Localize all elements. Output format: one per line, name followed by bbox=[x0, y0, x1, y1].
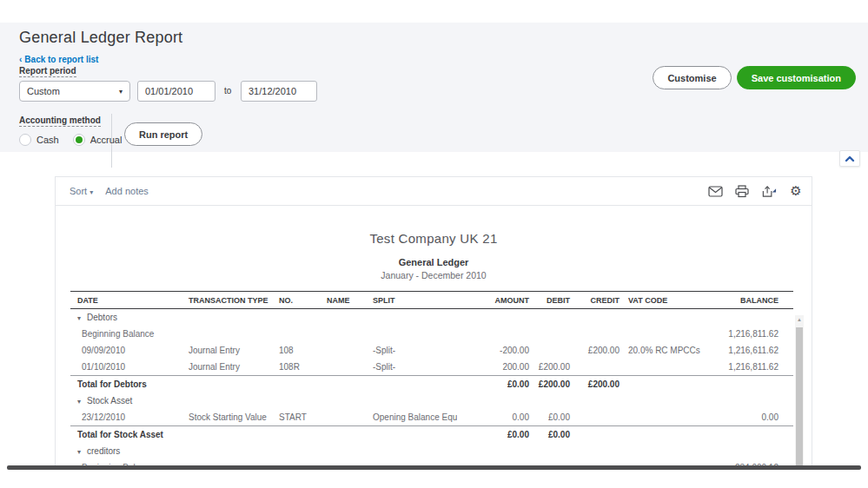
section-cell: ▾Debtors bbox=[70, 309, 793, 326]
horizontal-scrollbar[interactable] bbox=[7, 465, 861, 470]
col-header-credit[interactable]: CREDIT bbox=[572, 292, 621, 309]
col-header-no[interactable]: NO. bbox=[272, 292, 320, 309]
table-cell: 01/10/2010 bbox=[70, 359, 182, 376]
print-icon[interactable] bbox=[734, 183, 750, 199]
collapse-triangle-icon[interactable]: ▾ bbox=[77, 448, 81, 456]
table-cell: £200.00 bbox=[531, 376, 572, 393]
report-period-label: Report period bbox=[19, 66, 76, 77]
col-header-vat-code[interactable]: VAT CODE bbox=[621, 292, 713, 309]
col-header-transaction-type[interactable]: TRANSACTION TYPE bbox=[182, 292, 272, 309]
radio-circle-icon bbox=[19, 134, 31, 146]
col-header-name[interactable]: NAME bbox=[320, 292, 366, 309]
scrollbar-thumb[interactable] bbox=[796, 327, 803, 466]
page-title: General Ledger Report bbox=[19, 29, 182, 47]
table-cell bbox=[182, 426, 272, 444]
col-header-balance[interactable]: BALANCE bbox=[713, 292, 793, 309]
scroll-up-arrow-icon[interactable]: ▲ bbox=[795, 317, 804, 322]
table-cell bbox=[531, 342, 572, 359]
accrual-radio[interactable]: Accrual bbox=[73, 134, 123, 146]
table-cell: £0.00 bbox=[457, 426, 531, 444]
back-to-report-list-link[interactable]: ‹Back to report list bbox=[19, 55, 98, 64]
collapse-triangle-icon[interactable]: ▾ bbox=[77, 314, 81, 322]
col-header-split[interactable]: SPLIT bbox=[366, 292, 457, 309]
run-report-button[interactable]: Run report bbox=[124, 122, 202, 146]
section-label: creditors bbox=[87, 446, 120, 456]
table-cell: 0.00 bbox=[457, 409, 531, 426]
table-cell bbox=[621, 359, 713, 376]
company-name: Test Company UK 21 bbox=[56, 231, 812, 246]
to-label: to bbox=[224, 86, 231, 96]
table-cell bbox=[572, 409, 621, 426]
table-row: Beginning Balance1,216,811.62 bbox=[70, 326, 793, 342]
chevron-left-icon: ‹ bbox=[19, 55, 22, 64]
table-cell bbox=[320, 376, 366, 393]
save-customisation-button[interactable]: Save customisation bbox=[737, 66, 856, 89]
date-from-input[interactable] bbox=[137, 81, 215, 102]
table-cell: 108 bbox=[272, 342, 320, 359]
chevron-down-icon: ▾ bbox=[89, 188, 93, 196]
table-cell: £0.00 bbox=[531, 426, 572, 444]
table-cell bbox=[713, 376, 793, 393]
table-cell: Opening Balance Equity bbox=[366, 409, 457, 426]
table-cell: 1,216,611.62 bbox=[713, 342, 793, 359]
table-cell: £200.00 bbox=[531, 359, 572, 376]
table-cell: 23/12/2010 bbox=[70, 409, 182, 426]
table-cell bbox=[621, 376, 713, 393]
table-cell bbox=[320, 359, 366, 376]
total-row: Total for Debtors£0.00£200.00£200.00 bbox=[70, 376, 793, 393]
gear-icon: ⚙ bbox=[790, 185, 801, 198]
report-period-range: January - December 2010 bbox=[56, 270, 812, 280]
table-cell: Stock Starting Value bbox=[182, 409, 272, 426]
customise-button[interactable]: Customise bbox=[653, 66, 731, 89]
table-cell: 1,216,811.62 bbox=[713, 326, 793, 342]
section-cell: ▾creditors bbox=[70, 443, 793, 459]
table-cell bbox=[320, 409, 366, 426]
vertical-scrollbar[interactable]: ▲ bbox=[795, 315, 804, 470]
ledger-table: DATE TRANSACTION TYPE NO. NAME SPLIT AMO… bbox=[70, 291, 793, 470]
table-cell bbox=[621, 426, 713, 444]
table-cell: 0.00 bbox=[713, 409, 793, 426]
table-cell: £200.00 bbox=[572, 376, 621, 393]
table-row: 01/10/2010Journal Entry108R-Split-200.00… bbox=[70, 359, 793, 376]
table-cell bbox=[182, 376, 272, 393]
table-cell bbox=[320, 342, 366, 359]
table-cell bbox=[272, 326, 320, 342]
table-cell bbox=[320, 426, 366, 444]
table-cell: Journal Entry bbox=[182, 359, 272, 376]
table-cell bbox=[272, 426, 320, 444]
cash-radio[interactable]: Cash bbox=[19, 134, 59, 146]
col-header-amount[interactable]: AMOUNT bbox=[457, 292, 531, 309]
section-row: ▾Debtors bbox=[70, 309, 793, 326]
cash-radio-label: Cash bbox=[36, 135, 59, 145]
table-cell: 20.0% RC MPCCs bbox=[621, 342, 713, 359]
add-notes-link[interactable]: Add notes bbox=[105, 186, 149, 196]
email-icon[interactable] bbox=[707, 183, 723, 199]
report-heading: Test Company UK 21 General Ledger Januar… bbox=[56, 231, 812, 280]
accounting-method-label: Accounting method bbox=[19, 115, 101, 127]
table-cell: Total for Stock Asset bbox=[70, 426, 182, 444]
report-period-select[interactable]: Custom ▾ bbox=[19, 81, 130, 102]
table-cell bbox=[621, 326, 713, 342]
back-link-label: Back to report list bbox=[24, 55, 98, 64]
section-row: ▾creditors bbox=[70, 443, 793, 459]
accrual-radio-label: Accrual bbox=[90, 135, 123, 145]
table-cell bbox=[457, 326, 531, 342]
table-cell: 108R bbox=[272, 359, 320, 376]
report-subtitle: General Ledger bbox=[56, 257, 812, 267]
col-header-debit[interactable]: DEBIT bbox=[531, 292, 572, 309]
table-cell: Beginning Balance bbox=[70, 326, 182, 342]
settings-icon[interactable]: ⚙ bbox=[788, 183, 804, 199]
export-icon[interactable] bbox=[761, 183, 777, 199]
table-cell: 200.00 bbox=[457, 359, 531, 376]
sort-dropdown[interactable]: Sort ▾ bbox=[70, 186, 93, 196]
header-buttons: Customise Save customisation bbox=[653, 66, 856, 89]
table-cell bbox=[531, 326, 572, 342]
col-header-date[interactable]: DATE bbox=[70, 292, 182, 309]
table-cell bbox=[182, 326, 272, 342]
report-header-band: General Ledger Report ‹Back to report li… bbox=[0, 23, 868, 152]
chevron-down-icon: ▾ bbox=[119, 88, 123, 96]
collapse-triangle-icon[interactable]: ▾ bbox=[77, 398, 81, 406]
collapse-header-button[interactable] bbox=[839, 150, 860, 167]
table-cell bbox=[713, 426, 793, 444]
date-to-input[interactable] bbox=[241, 81, 317, 102]
